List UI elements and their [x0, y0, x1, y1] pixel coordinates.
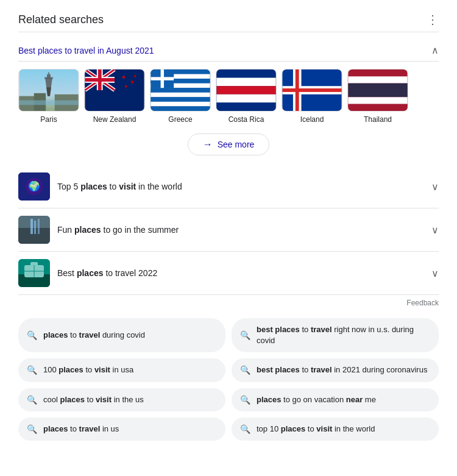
- svg-text:✦: ✦: [133, 74, 138, 79]
- costa-rica-flag: [216, 69, 277, 112]
- suggestion-5[interactable]: 🔍 cool places to visit in the us: [18, 388, 225, 411]
- svg-text:🌍: 🌍: [28, 180, 40, 192]
- paris-label: Paris: [40, 115, 57, 124]
- svg-rect-47: [282, 88, 341, 92]
- section-title: Related searches: [18, 13, 104, 26]
- summer-label: Fun places to go in the summer: [57, 225, 424, 235]
- feedback-row: Feedback: [18, 295, 439, 311]
- svg-rect-51: [348, 97, 407, 104]
- svg-rect-38: [216, 69, 275, 78]
- svg-text:✦: ✦: [124, 83, 129, 90]
- more-options-icon[interactable]: ⋮: [427, 12, 439, 27]
- svg-text:✦: ✦: [121, 73, 127, 81]
- svg-rect-36: [151, 77, 174, 80]
- top5-chevron-icon: ∨: [431, 181, 439, 193]
- see-more-button[interactable]: → See more: [188, 133, 270, 155]
- expand-row-top5[interactable]: 🌍 Top 5 places to visit in the world ∨: [18, 165, 439, 208]
- svg-rect-19: [85, 78, 115, 82]
- collapse-icon: ∧: [431, 44, 439, 56]
- travel2022-thumbnail: [18, 259, 50, 287]
- expand-row-2022[interactable]: Best places to travel 2022 ∨: [18, 252, 439, 295]
- search-icon-4: 🔍: [240, 365, 250, 375]
- search-icon-2: 🔍: [240, 330, 250, 340]
- top5-image: 🌍: [18, 172, 50, 201]
- costa-rica-flag-image: [216, 69, 277, 111]
- svg-rect-7: [47, 74, 51, 78]
- suggestion-3[interactable]: 🔍 100 places to visit in usa: [18, 358, 225, 382]
- new-zealand-label: New Zealand: [93, 115, 136, 124]
- suggestion-4[interactable]: 🔍 best places to travel in 2021 during c…: [232, 358, 439, 382]
- nz-flag-image: ✦ ✦ ✦ ✦: [84, 69, 145, 111]
- suggestion-7[interactable]: 🔍 places to travel in us: [18, 417, 225, 441]
- svg-rect-58: [30, 219, 33, 234]
- search-icon-3: 🔍: [27, 365, 37, 375]
- destination-costa-rica[interactable]: Costa Rica: [216, 69, 277, 124]
- search-icon-5: 🔍: [27, 395, 37, 405]
- destination-thailand[interactable]: Thailand: [347, 69, 408, 124]
- search-icon-7: 🔍: [27, 424, 37, 434]
- feedback-link[interactable]: Feedback: [406, 299, 439, 307]
- suggestion-1[interactable]: 🔍 places to travel during covid: [18, 318, 225, 352]
- svg-rect-50: [348, 83, 407, 98]
- greece-label: Greece: [168, 115, 192, 124]
- related-searches-header: Related searches ⋮: [18, 12, 439, 27]
- destination-new-zealand[interactable]: ✦ ✦ ✦ ✦ New Zealand: [84, 69, 145, 124]
- costa-rica-label: Costa Rica: [228, 115, 264, 124]
- best-places-label: Best places to travel in August 2021: [18, 46, 154, 55]
- svg-rect-60: [38, 219, 40, 234]
- thailand-flag-image: [347, 69, 408, 111]
- suggestion-7-text: places to travel in us: [43, 424, 119, 435]
- expand-row-summer[interactable]: Fun places to go in the summer ∨: [18, 208, 439, 252]
- suggestion-2[interactable]: 🔍 best places to travel right now in u.s…: [232, 318, 439, 352]
- suggestion-1-text: places to travel during covid: [43, 330, 145, 341]
- summer-chevron-icon: ∨: [431, 224, 439, 236]
- top-divider: [18, 32, 439, 32]
- svg-rect-41: [216, 94, 275, 103]
- iceland-flag-image: [282, 69, 342, 111]
- suggestion-2-text: best places to travel right now in u.s. …: [257, 324, 430, 346]
- iceland-flag: [282, 69, 342, 112]
- svg-rect-42: [216, 102, 275, 111]
- svg-rect-32: [151, 102, 210, 107]
- svg-rect-59: [34, 221, 36, 234]
- destination-greece[interactable]: Greece: [150, 69, 211, 124]
- svg-text:✦: ✦: [130, 79, 135, 85]
- suggestion-8[interactable]: 🔍 top 10 places to visit in the world: [232, 417, 439, 441]
- search-icon-1: 🔍: [27, 330, 37, 340]
- travel2022-label: Best places to travel 2022: [57, 268, 424, 278]
- svg-rect-40: [216, 86, 275, 94]
- suggestion-3-text: 100 places to visit in usa: [43, 364, 133, 375]
- destination-iceland[interactable]: Iceland: [282, 69, 342, 124]
- see-more-container: → See more: [18, 133, 439, 155]
- suggestion-4-text: best places to travel in 2021 during cor…: [257, 364, 427, 375]
- svg-rect-52: [348, 104, 407, 111]
- travel2022-image: [18, 259, 50, 287]
- best-places-header-row[interactable]: Best places to travel in August 2021 ∧: [18, 40, 439, 62]
- suggestion-5-text: cool places to visit in the us: [43, 394, 144, 405]
- arrow-icon: →: [203, 139, 213, 150]
- suggestion-8-text: top 10 places to visit in the world: [257, 424, 375, 435]
- svg-rect-29: [151, 88, 210, 93]
- flag-cards-container: Paris ✦ ✦ ✦ ✦: [18, 69, 439, 124]
- top5-thumbnail: 🌍: [18, 172, 50, 201]
- iceland-label: Iceland: [300, 115, 324, 124]
- paris-thumbnail: [18, 69, 79, 112]
- search-icon-6: 🔍: [240, 395, 250, 405]
- destination-paris[interactable]: Paris: [18, 69, 79, 124]
- greece-flag-image: [150, 69, 211, 111]
- see-more-label: See more: [218, 140, 255, 149]
- thailand-label: Thailand: [364, 115, 392, 124]
- svg-rect-39: [216, 78, 275, 87]
- nz-flag: ✦ ✦ ✦ ✦: [84, 69, 145, 112]
- greece-flag: [150, 69, 211, 112]
- suggestion-6[interactable]: 🔍 places to go on vacation near me: [232, 388, 439, 411]
- svg-rect-30: [151, 93, 210, 98]
- summer-image: [18, 216, 50, 244]
- suggestions-grid: 🔍 places to travel during covid 🔍 best p…: [18, 318, 439, 441]
- top5-label: Top 5 places to visit in the world: [57, 182, 424, 191]
- svg-rect-49: [348, 76, 407, 83]
- svg-rect-9: [19, 101, 78, 105]
- search-icon-8: 🔍: [240, 424, 250, 434]
- summer-thumbnail: [18, 216, 50, 244]
- thailand-flag: [347, 69, 408, 112]
